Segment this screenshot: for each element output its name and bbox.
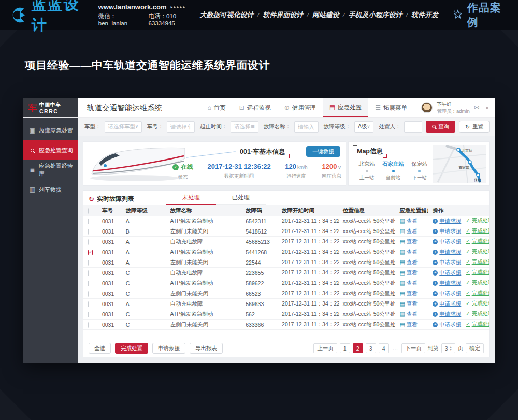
complete-link[interactable]: ✓完成处理: [466, 300, 489, 307]
complete-link[interactable]: ✓完成处理: [466, 279, 489, 286]
view-link[interactable]: ▤查看: [399, 280, 417, 287]
tab-emergency[interactable]: ▤应急处置: [323, 98, 368, 117]
row-checkbox[interactable]: [88, 301, 89, 307]
avatar[interactable]: [421, 102, 433, 113]
sidebar-item-fault-emergency[interactable]: ▣故障应急处置: [23, 121, 78, 140]
row-checkbox[interactable]: [88, 291, 89, 297]
apply-rescue-link[interactable]: +申请求援: [433, 228, 461, 235]
apply-rescue-link[interactable]: +申请求援: [433, 300, 461, 308]
tab-remote-monitor[interactable]: ⊡远程监视: [233, 98, 278, 117]
complete-link[interactable]: ✓完成处理: [466, 248, 489, 255]
row-checkbox[interactable]: [88, 322, 89, 328]
portfolio-cases[interactable]: 作品案例: [452, 1, 509, 30]
apply-rescue-link[interactable]: +申请求援: [433, 321, 461, 328]
site-url[interactable]: www.lanlanwork.com: [98, 3, 167, 11]
complete-link[interactable]: ✓完成处理: [466, 321, 489, 328]
view-link[interactable]: ▤查看: [399, 238, 417, 245]
service-item: 软件开发: [411, 11, 438, 19]
prev-page-button[interactable]: 上一页: [313, 343, 337, 353]
view-link[interactable]: ▤查看: [399, 300, 417, 308]
view-link[interactable]: ▤查看: [399, 218, 417, 225]
complete-handle-button[interactable]: 完成处置: [115, 343, 148, 354]
sidebar-item-experience-lib[interactable]: ≣应急处置经验库: [23, 160, 78, 180]
alert-icon: ▤: [329, 104, 335, 111]
cell-train-no: 0031: [98, 228, 122, 235]
one-key-rescue-button[interactable]: 一键救援: [306, 146, 340, 157]
apply-rescue-link[interactable]: +申请求援: [433, 249, 461, 256]
complete-link[interactable]: ✓完成处理: [466, 310, 489, 317]
row-checkbox[interactable]: [88, 260, 89, 266]
view-link[interactable]: ▤查看: [399, 259, 417, 266]
view-link[interactable]: ▤查看: [399, 311, 417, 318]
row-checkbox[interactable]: [88, 281, 89, 286]
station-name: 保定站: [406, 161, 433, 168]
next-page-button[interactable]: 下一页: [401, 343, 425, 353]
handler-input[interactable]: [408, 124, 419, 130]
apply-rescue-link[interactable]: +申请求援: [433, 259, 461, 266]
train-card-title: 001-车基本信息: [238, 147, 287, 157]
nav-label: 拓展菜单: [383, 104, 407, 112]
cell-train-no: 0031: [98, 322, 122, 328]
page-jump-input[interactable]: 3▴▾: [441, 343, 455, 353]
apply-rescue-link[interactable]: +申请求援: [433, 290, 461, 297]
complete-link[interactable]: ✓完成处理: [466, 227, 489, 235]
confirm-button[interactable]: 确定: [466, 343, 484, 353]
apply-rescue-link[interactable]: +申请求援: [433, 238, 461, 245]
fault-name-input[interactable]: [298, 124, 314, 130]
select-all-checkbox[interactable]: [88, 208, 89, 214]
row-checkbox[interactable]: [88, 239, 89, 245]
apply-rescue-link[interactable]: +申请求援: [433, 311, 461, 318]
tab-已处理[interactable]: 已处理: [216, 194, 266, 205]
logout-icon[interactable]: ⇥: [483, 104, 488, 111]
time-range-picker[interactable]: 请选择▦: [231, 121, 258, 133]
view-link[interactable]: ▤查看: [399, 228, 417, 235]
complete-link[interactable]: ✓完成处理: [466, 217, 489, 224]
apply-rescue-link[interactable]: +申请求援: [433, 218, 461, 225]
view-link[interactable]: ▤查看: [399, 269, 417, 277]
page-number-1[interactable]: 1: [340, 343, 350, 353]
reset-button[interactable]: ↻ 重置: [459, 121, 490, 133]
cell-guide: ▤查看: [395, 311, 428, 318]
cell-guide: ▤查看: [395, 280, 428, 287]
complete-link[interactable]: ✓完成处理: [466, 289, 489, 297]
tab-health[interactable]: ⊕健康管理: [278, 98, 323, 117]
page-number-3[interactable]: 3: [366, 343, 376, 353]
row-checkbox[interactable]: ✓: [88, 250, 93, 255]
cell-train-no: 0031: [98, 270, 122, 276]
tab-home[interactable]: ⌂首页: [201, 98, 233, 117]
tab-未处理[interactable]: 未处理: [166, 194, 216, 205]
fault-level-select[interactable]: A级∨: [354, 121, 373, 133]
cell-fault-code: 562: [241, 311, 278, 317]
row-checkbox[interactable]: [88, 219, 89, 224]
mail-icon[interactable]: ✉: [474, 104, 479, 111]
complete-link[interactable]: ✓完成处理: [466, 269, 489, 276]
tab-expand-menu[interactable]: ☰拓展菜单: [368, 98, 414, 117]
page-number-4[interactable]: 4: [379, 343, 389, 353]
view-link[interactable]: ▤查看: [399, 249, 417, 256]
apply-rescue-link[interactable]: +申请求援: [433, 280, 461, 287]
search-button[interactable]: 查询: [426, 121, 455, 133]
view-link[interactable]: ▤查看: [399, 290, 417, 297]
complete-link[interactable]: ✓完成处理: [466, 238, 489, 245]
page-number-2[interactable]: 2: [353, 343, 363, 353]
document-icon: ▤: [399, 311, 405, 317]
row-checkbox[interactable]: [88, 270, 89, 276]
lanlan-logo[interactable]: 蓝蓝设计: [9, 0, 90, 36]
apply-rescue-link[interactable]: +申请求援: [433, 269, 461, 277]
select-all-button[interactable]: 全选: [89, 343, 111, 354]
cell-train-no: 0031: [98, 259, 122, 266]
map-thumbnail[interactable]: 北京站 石家庄 保定: [433, 145, 486, 183]
row-checkbox[interactable]: [88, 229, 89, 235]
train-no-input[interactable]: [170, 124, 191, 130]
train-type-select[interactable]: 请选择车型∨: [105, 121, 142, 133]
row-checkbox[interactable]: [88, 312, 89, 317]
cell-start-time: 2017-12-31 11：34：22: [278, 321, 339, 328]
reset-icon: ↻: [465, 124, 470, 130]
view-link[interactable]: ▤查看: [399, 321, 417, 328]
apply-rescue-button[interactable]: 申请救援: [152, 343, 185, 354]
sidebar-item-train-rescue[interactable]: ▥列车救援: [23, 180, 78, 199]
complete-link[interactable]: ✓完成处理: [466, 258, 489, 266]
sidebar-item-emergency-query[interactable]: 应急处置查询: [23, 140, 78, 160]
export-report-button[interactable]: 导出报表: [190, 343, 223, 354]
table-row: 0031AATP触发紧急制动65423112017-12-31 11：34：22…: [83, 216, 489, 226]
